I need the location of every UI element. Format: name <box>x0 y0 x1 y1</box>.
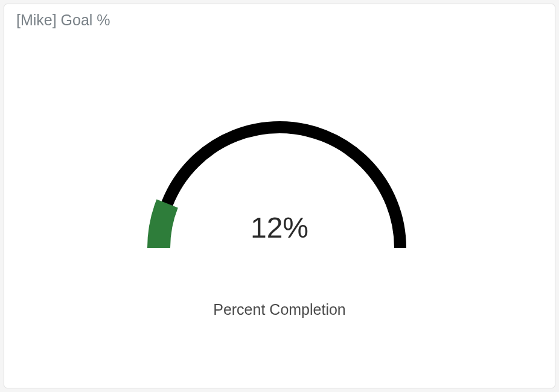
gauge-caption: Percent Completion <box>213 301 346 318</box>
card-title: [Mike] Goal % <box>16 11 543 29</box>
gauge-value-label: 12% <box>251 212 308 244</box>
gauge-chart: 12% <box>123 91 436 284</box>
gauge-completed-arc <box>159 203 167 248</box>
gauge-card: [Mike] Goal % 12% Percent Completion <box>4 4 555 388</box>
gauge-container: 12% Percent Completion <box>16 34 543 376</box>
